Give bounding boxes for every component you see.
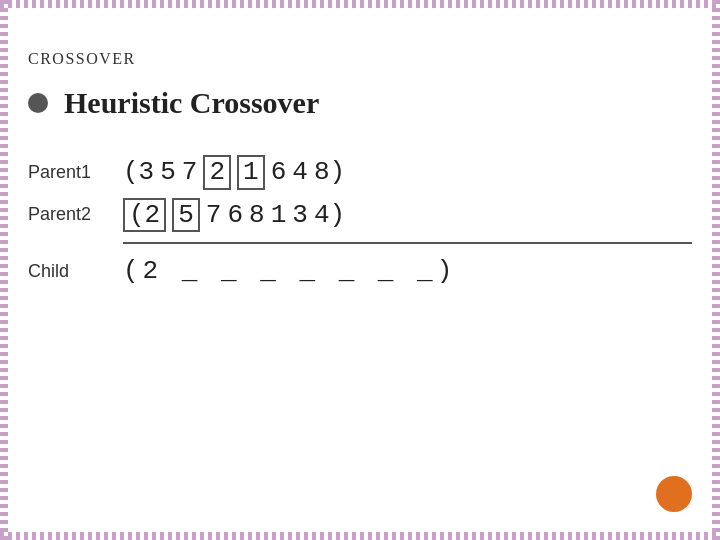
p1-val-4-boxed: 1: [237, 155, 265, 190]
border-top: [0, 0, 720, 8]
p1-val-3-boxed: 2: [203, 155, 231, 190]
p2-val-0-boxed: (2: [123, 198, 166, 233]
p2-val-3: 6: [227, 200, 243, 230]
parent1-label: Parent1: [28, 162, 103, 183]
p1-val-0: (3: [123, 157, 154, 187]
subtitle-text: Heuristic Crossover: [64, 86, 319, 120]
child-row: Child (2 _ _ _ _ _ _ _): [28, 256, 692, 286]
p2-val-6: 3: [292, 200, 308, 230]
main-content: Crossover Heuristic Crossover Parent1 (3…: [28, 50, 692, 286]
border-left: [0, 0, 8, 540]
p2-val-1-boxed: 5: [172, 198, 200, 233]
parent2-sequence: (2 5 7 6 8 1 3 4): [123, 198, 345, 233]
border-right: [712, 0, 720, 540]
child-label: Child: [28, 261, 103, 282]
child-sequence: (2 _ _ _ _ _ _ _): [123, 256, 456, 286]
bullet-icon: [28, 93, 48, 113]
p2-val-2: 7: [206, 200, 222, 230]
divider: [123, 242, 692, 244]
p2-val-7: 4): [314, 200, 345, 230]
p2-val-5: 1: [271, 200, 287, 230]
p1-val-5: 6: [271, 157, 287, 187]
p1-val-7: 8): [314, 157, 345, 187]
p1-val-2: 7: [182, 157, 198, 187]
parent2-row: Parent2 (2 5 7 6 8 1 3 4): [28, 198, 692, 233]
p2-val-4: 8: [249, 200, 265, 230]
border-bottom: [0, 532, 720, 540]
parents-section: Parent1 (3 5 7 2 1 6 4 8) Parent2 (2 5 7…: [28, 155, 692, 232]
parent2-label: Parent2: [28, 204, 103, 225]
p1-val-1: 5: [160, 157, 176, 187]
section-title: Crossover: [28, 50, 692, 68]
parent1-sequence: (3 5 7 2 1 6 4 8): [123, 155, 345, 190]
parent1-row: Parent1 (3 5 7 2 1 6 4 8): [28, 155, 692, 190]
subtitle: Heuristic Crossover: [28, 86, 692, 120]
next-button[interactable]: [656, 476, 692, 512]
p1-val-6: 4: [292, 157, 308, 187]
